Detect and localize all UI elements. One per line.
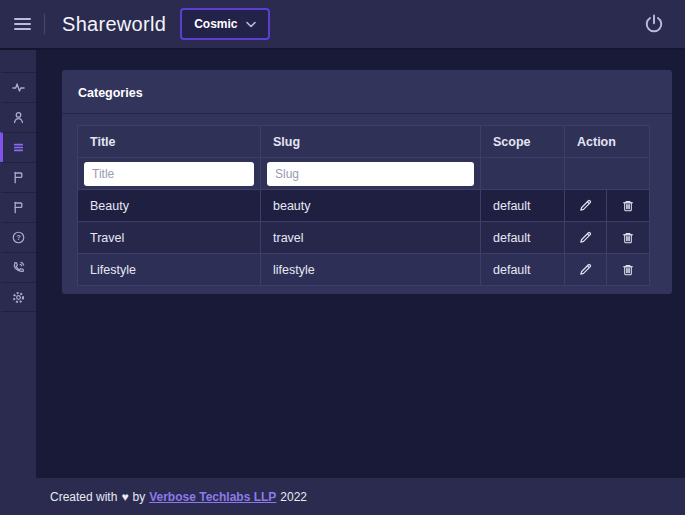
cell-slug: travel	[261, 222, 481, 254]
svg-text:?: ?	[16, 233, 21, 242]
pencil-icon	[578, 230, 593, 245]
delete-button[interactable]	[617, 261, 639, 279]
action-filter-cell	[565, 158, 650, 190]
sidebar-item-activity[interactable]	[0, 72, 36, 102]
delete-button[interactable]	[617, 197, 639, 215]
app-header: Shareworld Cosmic	[0, 0, 685, 50]
table-row: Beauty beauty default	[78, 190, 650, 222]
flag-icon	[11, 200, 26, 215]
footer-text-prefix: Created with	[50, 490, 117, 504]
pencil-icon	[578, 198, 593, 213]
heart-icon: ♥	[121, 490, 128, 504]
delete-button[interactable]	[617, 229, 639, 247]
trash-icon	[621, 263, 635, 277]
sidebar-item-help[interactable]: ?	[0, 222, 36, 252]
user-icon	[11, 110, 26, 125]
activity-icon	[11, 80, 26, 95]
card-header: Categories	[62, 70, 672, 114]
header-divider	[44, 14, 45, 34]
sidebar-item-flag-1[interactable]	[0, 162, 36, 192]
trash-icon	[621, 231, 635, 245]
logout-button[interactable]	[641, 11, 667, 37]
sidebar-item-contact[interactable]	[0, 252, 36, 282]
card-title: Categories	[78, 86, 143, 100]
cell-scope: default	[481, 254, 565, 286]
table-row: Travel travel default	[78, 222, 650, 254]
column-header-slug: Slug	[261, 126, 481, 158]
sidebar-item-settings[interactable]	[0, 282, 36, 312]
table-header-row: Title Slug Scope Action	[78, 126, 650, 158]
cell-title: Lifestyle	[78, 254, 261, 286]
title-filter-input[interactable]	[84, 162, 254, 186]
phone-icon	[11, 260, 26, 275]
cell-scope: default	[481, 222, 565, 254]
edit-button[interactable]	[574, 260, 597, 279]
flag-icon	[11, 170, 26, 185]
help-icon: ?	[11, 230, 26, 245]
sidebar-item-users[interactable]	[0, 102, 36, 132]
cell-slug: beauty	[261, 190, 481, 222]
table-row: Lifestyle lifestyle default	[78, 254, 650, 286]
pencil-icon	[578, 262, 593, 277]
categories-table: Title Slug Scope Action	[77, 125, 650, 286]
cell-scope: default	[481, 190, 565, 222]
cell-slug: lifestyle	[261, 254, 481, 286]
footer-text-connector: by	[133, 490, 146, 504]
cell-title: Travel	[78, 222, 261, 254]
theme-selector-label: Cosmic	[194, 17, 237, 31]
column-header-scope: Scope	[481, 126, 565, 158]
hamburger-icon	[14, 18, 31, 30]
categories-card: Categories Title Slug Scope	[62, 70, 672, 294]
sidebar-item-categories[interactable]	[0, 132, 36, 162]
footer: Created with ♥ by Verbose Techlabs LLP 2…	[36, 478, 685, 515]
chevron-down-icon	[246, 21, 256, 28]
footer-link[interactable]: Verbose Techlabs LLP	[149, 490, 276, 504]
slug-filter-input[interactable]	[267, 162, 474, 186]
edit-button[interactable]	[574, 196, 597, 215]
column-header-action: Action	[565, 126, 650, 158]
table-filter-row	[78, 158, 650, 190]
app-title: Shareworld	[62, 13, 166, 36]
power-icon	[643, 13, 665, 35]
sidebar-item-flag-2[interactable]	[0, 192, 36, 222]
edit-button[interactable]	[574, 228, 597, 247]
gear-icon	[11, 290, 26, 305]
footer-year: 2022	[280, 490, 307, 504]
sidebar: ?	[0, 50, 36, 515]
scope-filter-cell	[481, 158, 565, 190]
cell-title: Beauty	[78, 190, 261, 222]
menu-toggle-button[interactable]	[0, 12, 44, 36]
theme-selector-button[interactable]: Cosmic	[180, 8, 269, 40]
trash-icon	[621, 199, 635, 213]
app: Shareworld Cosmic	[0, 0, 685, 515]
main-content: Categories Title Slug Scope	[36, 50, 685, 478]
list-icon	[11, 140, 26, 155]
column-header-title: Title	[78, 126, 261, 158]
